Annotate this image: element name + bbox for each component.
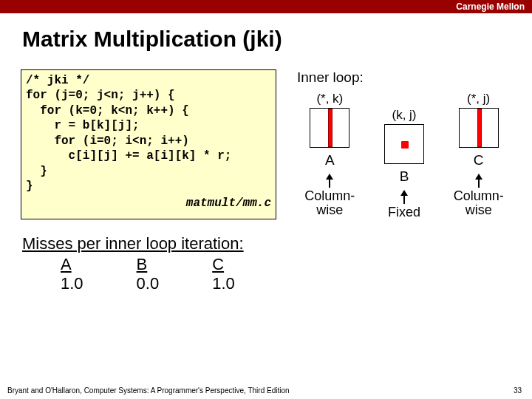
footer-page: 33 xyxy=(514,386,522,395)
misses-section: Misses per inner loop iteration: A 1.0 B… xyxy=(22,234,532,293)
matrix-a-label: A xyxy=(325,152,335,168)
arrow-up-a xyxy=(329,174,330,188)
matrix-c-box xyxy=(459,108,499,148)
matrix-col-c: (*, j) C Column- wise xyxy=(446,92,511,217)
miss-val-b: 0.0 xyxy=(137,274,160,293)
matrix-col-b: (k, j) B Fixed xyxy=(372,108,437,219)
matrix-row: (*, k) A Column- wise (k, j) B Fixed xyxy=(297,92,511,219)
miss-val-a: 1.0 xyxy=(61,274,83,293)
arrow-up-b xyxy=(403,191,405,204)
miss-col-a: A 1.0 xyxy=(61,255,83,293)
code-filename: matmult/mm.c xyxy=(26,196,271,211)
main-content: /* jki */ for (j=0; j<n; j++) { for (k=0… xyxy=(0,69,532,219)
slide-title: Matrix Multiplication (jki) xyxy=(22,27,532,52)
access-a: Column- wise xyxy=(304,189,355,217)
coord-b: (k, j) xyxy=(392,108,416,123)
code-lines: /* jki */ for (j=0; j<n; j++) { for (k=0… xyxy=(26,74,231,193)
header-bar: Carnegie Mellon xyxy=(0,0,532,13)
footer: Bryant and O'Hallaron, Computer Systems:… xyxy=(7,386,522,395)
footer-credit: Bryant and O'Hallaron, Computer Systems:… xyxy=(7,386,290,395)
misses-title: Misses per inner loop iteration: xyxy=(22,234,532,253)
miss-head-b: B xyxy=(137,255,148,274)
matrix-col-a: (*, k) A Column- wise xyxy=(297,92,363,217)
access-c: Column- wise xyxy=(454,189,504,217)
matrix-b-box xyxy=(384,124,424,164)
diagram-area: Inner loop: (*, k) A Column- wise (k, j)… xyxy=(297,69,511,219)
miss-head-a: A xyxy=(61,255,72,274)
miss-val-c: 1.0 xyxy=(212,274,235,293)
inner-loop-label: Inner loop: xyxy=(297,69,511,86)
miss-col-b: B 0.0 xyxy=(137,255,160,293)
dot-b xyxy=(401,141,409,149)
code-box: /* jki */ for (j=0; j<n; j++) { for (k=0… xyxy=(21,69,276,219)
matrix-a-box xyxy=(310,108,349,148)
matrix-b-label: B xyxy=(400,168,409,185)
access-b: Fixed xyxy=(388,205,420,219)
coord-c: (*, j) xyxy=(467,92,490,106)
column-stripe-c xyxy=(477,109,482,147)
coord-a: (*, k) xyxy=(316,92,343,106)
arrow-up-c xyxy=(478,174,480,188)
institution-label: Carnegie Mellon xyxy=(456,1,525,12)
matrix-c-label: C xyxy=(474,152,484,168)
column-stripe-a xyxy=(328,109,332,147)
miss-col-c: C 1.0 xyxy=(212,255,235,293)
miss-head-c: C xyxy=(212,255,224,274)
misses-row: A 1.0 B 0.0 C 1.0 xyxy=(61,255,532,293)
